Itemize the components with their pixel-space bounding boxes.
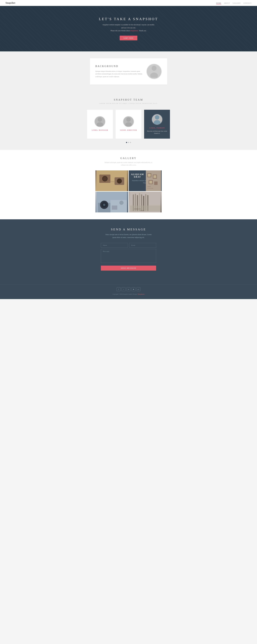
background-text: BACKGROUND Quisque tempor bibendum dolor…: [95, 65, 142, 78]
copyright-text: Copyright © 2016 Snapshot Studio | Desig…: [112, 294, 137, 295]
nav-links: HOME ABOUT GALLERY CONTACT: [216, 2, 252, 4]
contact-section: SEND A MESSAGE Nunc suscipit ante in lec…: [0, 219, 257, 284]
team-subtitle: LOREM IPSUM DOLOR SIT AMET, CONSECTETUR …: [6, 103, 252, 104]
svg-rect-32: [112, 206, 117, 210]
team-section: SNAPSHOT TEAM LOREM IPSUM DOLOR SIT AMET…: [0, 92, 257, 150]
svg-point-11: [103, 177, 107, 180]
nav-item-contact[interactable]: CONTACT: [244, 2, 252, 4]
contact-title: SEND A MESSAGE: [6, 228, 252, 231]
svg-point-0: [152, 66, 156, 71]
gallery-overlay-title: ALIQUAMERAT: [131, 173, 144, 178]
svg-point-6: [155, 115, 159, 120]
instagram-icon[interactable]: ■: [132, 287, 136, 291]
contact-name-email-row: [101, 243, 156, 248]
svg-point-30: [103, 204, 105, 206]
hero-title: LET'S TAKE A SNAPSHOT: [99, 17, 158, 21]
svg-rect-18: [148, 174, 151, 176]
camera-image-icon: [95, 170, 128, 191]
hero-link[interactable]: templatemo.: [130, 30, 138, 32]
team-avatar-lukia: [152, 114, 163, 125]
nav-link-gallery[interactable]: GALLERY: [233, 2, 241, 4]
svg-point-3: [96, 122, 103, 126]
background-title: BACKGROUND: [95, 65, 142, 68]
team-name-linda: LINDA, MANAGER: [92, 129, 108, 131]
pencils-image-icon: HOMELESS STORIES: [129, 192, 162, 212]
message-textarea[interactable]: [101, 249, 156, 263]
team-name-sandy: SANDY, DIRECTOR: [120, 129, 137, 131]
footer-design-link[interactable]: Templatemo: [138, 294, 144, 295]
svg-point-1: [150, 72, 158, 78]
svg-point-5: [125, 122, 132, 126]
hero-section: LET'S TAKE A SNAPSHOT Snapshot website t…: [0, 6, 257, 52]
svg-text:STORIES: STORIES: [140, 210, 144, 211]
person-silhouette-icon: [149, 65, 159, 78]
team-dot-3[interactable]: [130, 142, 131, 143]
gallery-item-camera[interactable]: [95, 170, 128, 191]
svg-rect-22: [149, 181, 152, 184]
speaker-image-icon: [95, 192, 128, 212]
team-desc-lukia: Maecenas sed diam eget risus varius blan…: [147, 130, 167, 134]
contact-subtitle: Nunc suscipit ante in lectus laoreet, ne…: [104, 233, 153, 239]
svg-rect-23: [154, 182, 158, 185]
svg-point-14: [118, 180, 121, 183]
learn-more-button[interactable]: Learn more: [120, 36, 137, 40]
email-input[interactable]: [129, 243, 156, 248]
team-card-sandy: SANDY, DIRECTOR: [116, 110, 142, 138]
team-card-lukia: LUKIA, FASHION Maecenas sed diam eget ri…: [144, 110, 170, 138]
svg-point-2: [98, 117, 102, 122]
hero-description: Snapshot website template is available f…: [102, 23, 155, 32]
hero-desc1: Snapshot website template is available f…: [103, 24, 154, 29]
gallery-section: GALLERY Nullam scelerisque, quam nec iac…: [0, 150, 257, 219]
svg-text:HOMELESS: HOMELESS: [134, 208, 141, 210]
background-card: BACKGROUND Quisque tempor bibendum dolor…: [90, 58, 167, 84]
team-cards-container: LINDA, MANAGER SANDY, DIRECTOR LUKIA, FA…: [87, 110, 170, 138]
name-input[interactable]: [101, 243, 128, 248]
team-dot-1[interactable]: [126, 142, 127, 143]
nav-item-home[interactable]: HOME: [216, 2, 221, 4]
nav-link-home[interactable]: HOME: [216, 2, 221, 4]
nav-item-about[interactable]: ABOUT: [224, 2, 230, 4]
stamps-image-icon: CRAFT YOUR STORY: [145, 170, 162, 191]
svg-text:YOUR STORY: YOUR STORY: [147, 188, 153, 189]
team-pagination-dots: [6, 142, 252, 143]
team-card-linda: LINDA, MANAGER: [87, 110, 113, 138]
nav-link-about[interactable]: ABOUT: [224, 2, 230, 4]
twitter-icon[interactable]: t: [122, 287, 126, 291]
gallery-grid: ALIQUAMERAT Suspendisse venenatis quam s…: [95, 170, 162, 212]
gallery-item-speaker[interactable]: [95, 192, 128, 212]
hero-thanks: Thank you.: [139, 30, 146, 32]
hero-desc2: Please tell your friends about: [110, 30, 130, 32]
send-message-button[interactable]: SEND MESSAGE: [101, 266, 156, 270]
team-dot-2[interactable]: [128, 142, 129, 143]
linda-silhouette-icon: [96, 117, 104, 126]
footer-copyright: Copyright © 2016 Snapshot Studio | Desig…: [6, 294, 252, 295]
gallery-item-overlay[interactable]: ALIQUAMERAT Suspendisse venenatis quam s…: [129, 170, 162, 191]
contact-form: SEND MESSAGE: [101, 243, 156, 276]
social-icons-group: f t in ■ g+: [6, 287, 252, 291]
gallery-title: GALLERY: [6, 157, 252, 160]
team-avatar-linda: [94, 116, 106, 127]
hero-content: LET'S TAKE A SNAPSHOT Snapshot website t…: [99, 17, 158, 40]
sandy-silhouette-icon: [124, 117, 133, 126]
svg-point-7: [154, 120, 160, 124]
svg-rect-15: [108, 182, 115, 182]
nav-link-contact[interactable]: CONTACT: [244, 2, 252, 4]
linkedin-icon[interactable]: in: [126, 287, 130, 291]
background-body: Quisque tempor bibendum dolor at volutpa…: [95, 70, 142, 78]
footer: f t in ■ g+ Copyright © 2016 Snapshot St…: [0, 284, 257, 299]
team-avatar-sandy: [123, 116, 134, 127]
team-title: SNAPSHOT TEAM: [6, 98, 252, 101]
gallery-subtitle: Nullam scelerisque, quam nec iaculis vul…: [102, 161, 155, 166]
svg-text:CRAFT: CRAFT: [147, 186, 151, 187]
svg-rect-20: [154, 175, 156, 178]
svg-point-33: [120, 201, 124, 205]
nav-item-gallery[interactable]: GALLERY: [233, 2, 241, 4]
googleplus-icon[interactable]: g+: [136, 287, 140, 291]
lukia-silhouette-icon: [153, 114, 161, 124]
team-name-lukia: LUKIA, FASHION: [149, 127, 165, 129]
facebook-icon[interactable]: f: [116, 287, 120, 291]
svg-point-4: [126, 117, 131, 122]
background-section: BACKGROUND Quisque tempor bibendum dolor…: [0, 52, 257, 92]
gallery-item-pencils[interactable]: HOMELESS STORIES: [129, 192, 162, 212]
background-avatar: [146, 64, 162, 79]
